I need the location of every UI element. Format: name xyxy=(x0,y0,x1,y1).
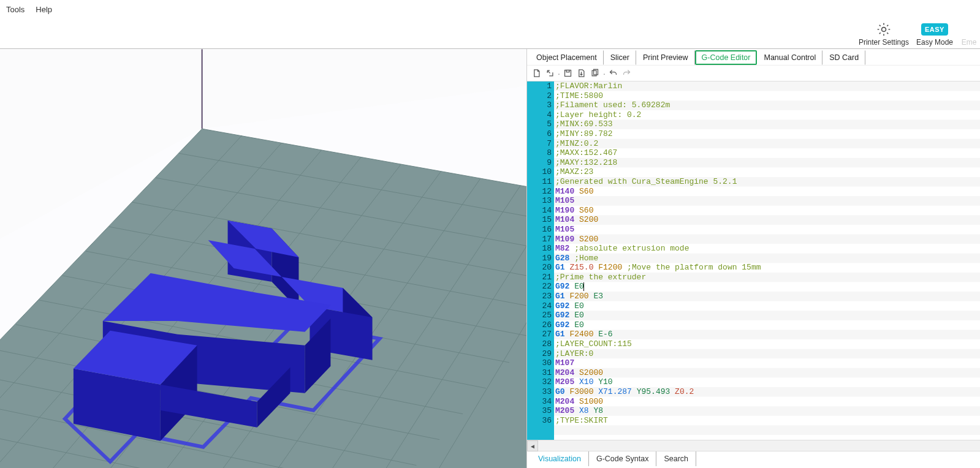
gcode-editor[interactable]: 1234567891011121314151617181920212223242… xyxy=(527,81,980,440)
gutter-line: 26 xyxy=(533,320,552,330)
3d-viewport[interactable] xyxy=(0,49,527,468)
code-line[interactable]: ;TIME:5800 xyxy=(554,91,980,101)
header-toolbar: Printer Settings EASY Easy Mode Eme xyxy=(0,18,980,49)
code-line[interactable]: G28 ;Home xyxy=(554,254,980,263)
code-line[interactable]: ;LAYER:0 xyxy=(554,349,980,359)
code-line[interactable]: M205 X8 Y8 xyxy=(554,406,980,416)
gutter-line: 36 xyxy=(533,416,552,426)
gutter-line: 24 xyxy=(533,301,552,311)
gutter-line: 30 xyxy=(533,358,552,368)
bottom-tab-g-code-syntax[interactable]: G-Code Syntax xyxy=(589,451,656,466)
gutter-line: 28 xyxy=(533,339,552,349)
code-line[interactable]: M104 S200 xyxy=(554,215,980,225)
code-line[interactable]: ;MINX:69.533 xyxy=(554,119,980,129)
printer-settings-label: Printer Settings xyxy=(859,38,909,47)
undo-icon[interactable] xyxy=(608,68,619,79)
code-line[interactable]: ;MAXY:132.218 xyxy=(554,158,980,168)
scroll-left-button[interactable]: ◄ xyxy=(527,440,538,451)
code-line[interactable]: M204 S1000 xyxy=(554,397,980,407)
copy-icon[interactable] xyxy=(590,68,601,79)
toolbar-separator: · xyxy=(603,69,606,78)
3d-scene xyxy=(0,49,526,468)
code-line[interactable]: ;Filament used: 5.69282m xyxy=(554,100,980,110)
code-line[interactable]: G1 F200 E3 xyxy=(554,292,980,301)
code-line[interactable]: ;Layer height: 0.2 xyxy=(554,110,980,120)
code-line[interactable]: M205 X10 Y10 xyxy=(554,377,980,387)
open-external-icon[interactable] xyxy=(544,68,555,79)
easy-badge: EASY xyxy=(921,23,948,36)
gutter-line: 21 xyxy=(533,273,552,282)
menu-help[interactable]: Help xyxy=(36,5,52,14)
code-line[interactable]: M140 S60 xyxy=(554,187,980,197)
tab-print-preview[interactable]: Print Preview xyxy=(636,50,695,65)
panel-tabs: Object PlacementSlicerPrint PreviewG-Cod… xyxy=(527,49,980,65)
code-line[interactable]: ;FLAVOR:Marlin xyxy=(554,81,980,91)
code-line[interactable]: ;TYPE:SKIRT xyxy=(554,416,980,426)
gutter-line: 8 xyxy=(533,148,552,158)
code-line[interactable]: ;Prime the extruder xyxy=(554,273,980,282)
gutter-line: 13 xyxy=(533,196,552,206)
easy-mode-button[interactable]: EASY Easy Mode xyxy=(916,21,953,47)
gutter-line: 32 xyxy=(533,377,552,387)
menu-tools[interactable]: Tools xyxy=(6,5,25,14)
tab-slicer[interactable]: Slicer xyxy=(604,50,636,65)
gutter-line: 6 xyxy=(533,129,552,139)
new-file-icon[interactable] xyxy=(531,68,542,79)
gutter-line: 25 xyxy=(533,311,552,320)
tab-manual-control[interactable]: Manual Control xyxy=(757,50,822,65)
gear-icon xyxy=(875,21,892,38)
code-line[interactable]: ;LAYER_COUNT:115 xyxy=(554,339,980,349)
gutter-line: 29 xyxy=(533,349,552,359)
code-line[interactable]: G92 E0 xyxy=(554,282,980,292)
save-as-icon[interactable] xyxy=(576,68,587,79)
editor-code[interactable]: ;FLAVOR:Marlin;TIME:5800;Filament used: … xyxy=(554,81,980,440)
gutter-line: 11 xyxy=(533,177,552,187)
menu-bar: Tools Help xyxy=(0,0,980,18)
editor-toolbar: · · xyxy=(527,65,980,81)
gutter-line: 35 xyxy=(533,406,552,416)
code-line[interactable]: M105 xyxy=(554,225,980,235)
placeholder-icon xyxy=(960,21,978,38)
code-line[interactable]: G92 E0 xyxy=(554,320,980,330)
gutter-line: 33 xyxy=(533,387,552,397)
gutter-line: 20 xyxy=(533,263,552,273)
code-line[interactable]: G92 E0 xyxy=(554,301,980,311)
bottom-tab-visualization[interactable]: Visualization xyxy=(531,451,589,466)
gutter-line: 16 xyxy=(533,225,552,235)
tab-object-placement[interactable]: Object Placement xyxy=(530,50,604,65)
code-line[interactable]: M190 S60 xyxy=(554,206,980,216)
code-line[interactable]: ;Generated with Cura_SteamEngine 5.2.1 xyxy=(554,177,980,187)
code-line[interactable]: G92 E0 xyxy=(554,311,980,320)
code-line[interactable]: M82 ;absolute extrusion mode xyxy=(554,244,980,254)
svg-rect-45 xyxy=(566,70,569,72)
tab-g-code-editor[interactable]: G-Code Editor xyxy=(695,50,758,65)
gutter-line: 1 xyxy=(533,81,552,91)
code-line[interactable]: ;MAXX:152.467 xyxy=(554,148,980,158)
eme-label: Eme xyxy=(962,38,977,47)
editor-hscroll[interactable]: ◄ xyxy=(527,440,980,451)
code-line[interactable]: G1 Z15.0 F1200 ;Move the platform down 1… xyxy=(554,263,980,273)
code-line[interactable]: G1 F2400 E-6 xyxy=(554,330,980,339)
gutter-line: 14 xyxy=(533,206,552,216)
code-line[interactable]: M109 S200 xyxy=(554,235,980,244)
code-line[interactable]: M105 xyxy=(554,196,980,206)
save-icon[interactable] xyxy=(563,68,574,79)
gutter-line: 2 xyxy=(533,91,552,101)
easy-mode-label: Easy Mode xyxy=(916,38,953,47)
code-line[interactable]: M204 S2000 xyxy=(554,368,980,378)
gutter-line: 31 xyxy=(533,368,552,378)
code-line[interactable]: G0 F3000 X71.287 Y95.493 Z0.2 xyxy=(554,387,980,397)
bottom-tab-search[interactable]: Search xyxy=(656,451,696,466)
tab-sd-card[interactable]: SD Card xyxy=(822,50,865,65)
printer-settings-button[interactable]: Printer Settings xyxy=(859,21,909,47)
svg-point-0 xyxy=(881,28,886,32)
redo-icon[interactable] xyxy=(621,68,632,79)
text-cursor xyxy=(583,282,584,291)
svg-marker-2 xyxy=(202,49,526,129)
code-line[interactable]: ;MINY:89.782 xyxy=(554,129,980,139)
code-line[interactable]: ;MINZ:0.2 xyxy=(554,139,980,149)
code-line[interactable]: ;MAXZ:23 xyxy=(554,167,980,177)
gutter-line: 12 xyxy=(533,187,552,197)
code-line[interactable]: M107 xyxy=(554,358,980,368)
gutter-line: 9 xyxy=(533,158,552,168)
